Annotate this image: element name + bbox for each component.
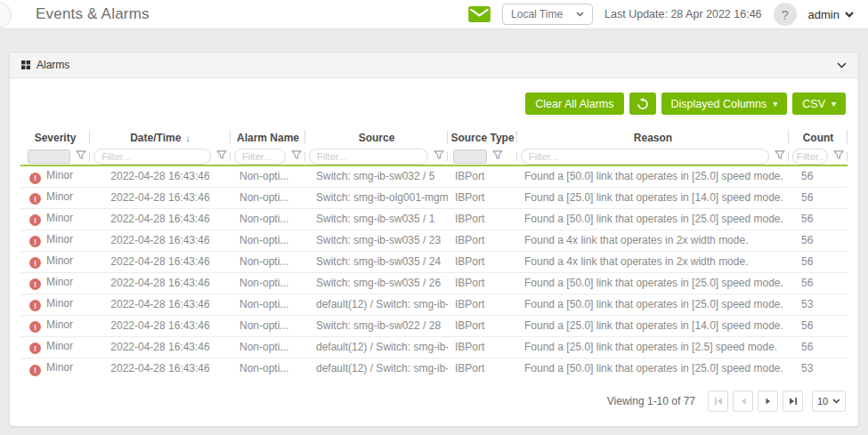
minor-severity-icon: ! bbox=[29, 321, 41, 333]
severity-cell: !Minor bbox=[20, 336, 90, 358]
last-page-button[interactable] bbox=[783, 391, 803, 412]
filter-row bbox=[20, 149, 848, 165]
source-filter-input[interactable] bbox=[309, 149, 428, 165]
funnel-filter-icon[interactable] bbox=[434, 150, 444, 163]
timezone-select[interactable]: Local Time bbox=[502, 4, 593, 25]
reason-cell: Found a [50.0] link that operates in [25… bbox=[517, 165, 789, 187]
minor-severity-icon: ! bbox=[29, 342, 41, 354]
source-cell: Switch: smg-ib-sw035 / 24 bbox=[305, 251, 448, 272]
funnel-filter-icon[interactable] bbox=[291, 150, 302, 163]
table-row[interactable]: !Minor2022-04-28 16:43:46Non-opti...defa… bbox=[20, 294, 848, 315]
table-row[interactable]: !Minor2022-04-28 16:43:46Non-opti...Swit… bbox=[20, 272, 848, 294]
minor-severity-icon: ! bbox=[29, 365, 41, 376]
funnel-filter-icon[interactable] bbox=[833, 150, 844, 163]
collapse-chevron-icon[interactable] bbox=[837, 62, 847, 68]
source-type-cell: IBPort bbox=[448, 294, 517, 315]
first-page-button[interactable] bbox=[708, 391, 728, 412]
top-bar: Events & Alarms Local Time Last Update: … bbox=[0, 0, 868, 29]
funnel-filter-icon[interactable] bbox=[76, 150, 86, 163]
severity-filter-select[interactable] bbox=[28, 149, 70, 164]
csv-button[interactable]: CSV ▾ bbox=[792, 93, 846, 115]
refresh-button[interactable] bbox=[629, 93, 656, 115]
clear-all-alarms-button[interactable]: Clear All Alarms bbox=[525, 93, 623, 115]
table-toolbar: Clear All Alarms Displayed Columns ▾ CSV… bbox=[10, 78, 858, 124]
clear-all-alarms-label: Clear All Alarms bbox=[535, 98, 613, 110]
displayed-columns-button[interactable]: Displayed Columns ▾ bbox=[661, 93, 788, 115]
caret-down-icon: ▾ bbox=[773, 100, 777, 109]
count-cell: 53 bbox=[789, 294, 848, 315]
table-row[interactable]: !Minor2022-04-28 16:43:46Non-opti...Swit… bbox=[20, 208, 848, 230]
datetime-cell: 2022-04-28 16:43:46 bbox=[90, 336, 231, 358]
funnel-filter-icon[interactable] bbox=[775, 150, 785, 163]
source-type-cell: IBPort bbox=[448, 208, 517, 230]
help-button[interactable]: ? bbox=[774, 3, 797, 26]
datetime-cell: 2022-04-28 16:43:46 bbox=[90, 230, 231, 251]
source-type-cell: IBPort bbox=[448, 165, 517, 187]
column-header-alarm-name[interactable]: Alarm Name bbox=[231, 125, 305, 149]
alarm-name-cell: Non-opti... bbox=[231, 358, 305, 379]
alarms-table-body: !Minor2022-04-28 16:43:46Non-opti...Swit… bbox=[20, 165, 848, 379]
refresh-icon bbox=[637, 98, 649, 110]
table-row[interactable]: !Minor2022-04-28 16:43:46Non-opti...Swit… bbox=[20, 187, 848, 208]
last-update-label: Last Update: 28 Apr 2022 16:46 bbox=[604, 8, 762, 20]
source-cell: Switch: smg-ib-sw035 / 1 bbox=[305, 208, 448, 230]
csv-label: CSV bbox=[802, 98, 825, 110]
table-row[interactable]: !Minor2022-04-28 16:43:46Non-opti...defa… bbox=[20, 336, 848, 358]
mail-icon[interactable] bbox=[468, 6, 491, 22]
column-header-datetime[interactable]: Date/Time↓ bbox=[90, 125, 231, 149]
source-type-filter-select[interactable] bbox=[453, 149, 487, 164]
alarm-name-cell: Non-opti... bbox=[231, 230, 305, 251]
reason-cell: Found a [25.0] link that operates in [14… bbox=[517, 187, 789, 208]
minor-severity-icon: ! bbox=[29, 257, 41, 269]
severity-cell: !Minor bbox=[20, 315, 90, 336]
column-header-reason[interactable]: Reason bbox=[517, 125, 789, 149]
severity-cell: !Minor bbox=[20, 272, 90, 294]
user-name: admin bbox=[808, 8, 840, 21]
source-type-cell: IBPort bbox=[448, 272, 517, 294]
user-menu[interactable]: admin bbox=[808, 8, 854, 21]
grid-icon bbox=[21, 60, 30, 69]
source-cell: Switch: smg-ib-sw022 / 28 bbox=[305, 315, 448, 336]
reason-cell: Found a 4x link that operates in 2x widt… bbox=[517, 251, 789, 272]
table-row[interactable]: !Minor2022-04-28 16:43:46Non-opti...Swit… bbox=[20, 230, 848, 251]
reason-filter-input[interactable] bbox=[521, 149, 769, 165]
count-filter-input[interactable] bbox=[792, 149, 828, 165]
minor-severity-icon: ! bbox=[29, 214, 41, 226]
topbar-actions: Local Time Last Update: 28 Apr 2022 16:4… bbox=[468, 3, 854, 26]
source-cell: Switch: smg-ib-sw035 / 26 bbox=[305, 272, 448, 294]
table-row[interactable]: !Minor2022-04-28 16:43:46Non-opti...Swit… bbox=[20, 251, 848, 272]
column-header-severity[interactable]: Severity bbox=[20, 125, 90, 149]
table-row[interactable]: !Minor2022-04-28 16:43:46Non-opti...defa… bbox=[20, 358, 848, 379]
alarm-name-filter-input[interactable] bbox=[234, 149, 286, 165]
source-cell: default(12) / Switch: smg-ib-s bbox=[305, 358, 448, 379]
source-cell: Switch: smg-ib-olg001-mgmtl bbox=[305, 187, 448, 208]
datetime-cell: 2022-04-28 16:43:46 bbox=[90, 251, 231, 272]
source-type-cell: IBPort bbox=[448, 251, 517, 272]
next-page-button[interactable] bbox=[758, 391, 778, 412]
alarms-table: Severity Date/Time↓ Alarm Name Source So… bbox=[20, 125, 848, 379]
pagination-bar: Viewing 1-10 of 77 10 bbox=[10, 391, 858, 426]
alarm-name-cell: Non-opti... bbox=[231, 165, 305, 187]
funnel-filter-icon[interactable] bbox=[216, 150, 227, 163]
table-row[interactable]: !Minor2022-04-28 16:43:46Non-opti...Swit… bbox=[20, 315, 848, 336]
alarms-panel-header[interactable]: Alarms bbox=[10, 52, 858, 78]
alarms-panel: Alarms Clear All Alarms Displayed Column… bbox=[9, 52, 859, 427]
previous-page-button[interactable] bbox=[733, 391, 753, 412]
source-cell: Switch: smg-ib-sw035 / 23 bbox=[305, 230, 448, 251]
count-cell: 53 bbox=[789, 358, 848, 379]
page-size-select[interactable]: 10 bbox=[812, 391, 846, 412]
funnel-filter-icon[interactable] bbox=[492, 150, 503, 163]
severity-cell: !Minor bbox=[20, 251, 90, 272]
page-size-value: 10 bbox=[817, 396, 828, 407]
datetime-filter-input[interactable] bbox=[93, 149, 211, 165]
reason-cell: Found a [25.0] link that operates in [14… bbox=[517, 315, 789, 336]
column-header-source[interactable]: Source bbox=[305, 125, 448, 149]
sidebar-toggle[interactable] bbox=[0, 2, 12, 28]
alarm-name-cell: Non-opti... bbox=[231, 251, 305, 272]
minor-severity-icon: ! bbox=[29, 193, 41, 205]
column-header-source-type[interactable]: Source Type bbox=[448, 125, 517, 149]
column-header-count[interactable]: Count bbox=[789, 125, 848, 149]
table-row[interactable]: !Minor2022-04-28 16:43:46Non-opti...Swit… bbox=[20, 165, 848, 187]
column-header-row: Severity Date/Time↓ Alarm Name Source So… bbox=[20, 125, 848, 149]
alarm-name-cell: Non-opti... bbox=[231, 336, 305, 358]
